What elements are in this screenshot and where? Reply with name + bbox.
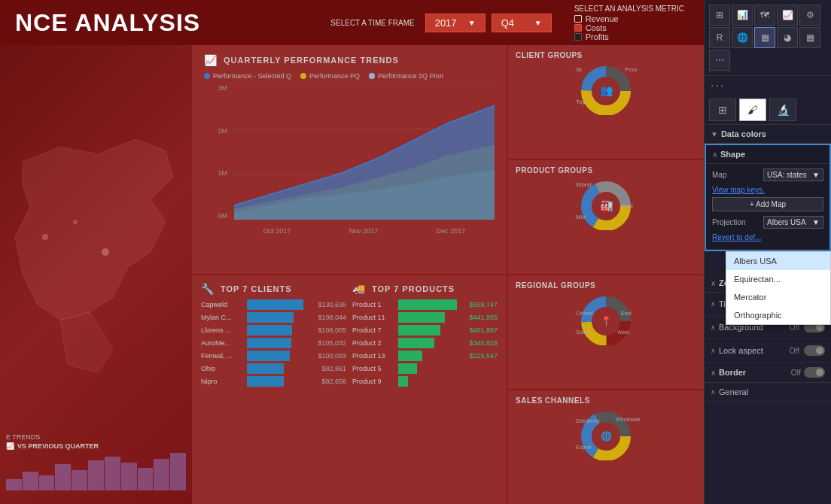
table-row: Product 13 $225,547 [352,351,498,361]
table-row: Product 7 $401,887 [352,325,498,335]
metric-label: SELECT AN ANALYSIS METRIC [574,5,684,13]
mini-bar [138,468,154,490]
svg-text:🏭: 🏭 [600,199,613,212]
tab-format[interactable]: 🖌 [739,99,766,121]
sidebar-btn-trend[interactable]: 📈 [777,5,798,26]
caret-icon: ∧ [711,347,716,354]
caret-icon: ∧ [711,369,716,377]
data-colors-section[interactable]: ▼ Data colors [705,125,831,144]
map-select[interactable]: USA: states ▼ [763,169,823,181]
dropdown-item-albers[interactable]: Albers USA [726,252,830,270]
caret-icon: ∧ [711,323,716,331]
legend-dot-blue [204,73,210,79]
product-groups-donut: 🏭 Worst Best Mid [572,178,640,230]
tab-fields[interactable]: ⊞ [709,99,736,121]
format-panel: ▼ Data colors ∧ Shape Map USA: states ▼ … [705,125,831,504]
table-row: Product 11 $441,865 [352,312,498,323]
svg-text:Best: Best [621,202,634,209]
legend-dot-yellow [300,73,306,79]
border-toggle[interactable] [804,367,825,378]
bar-fill [247,376,284,387]
timeframe-control: SELECT A TIME FRAME 2017 ▼ Q4 ▼ [330,14,551,32]
sidebar-btn-bar[interactable]: ▦ [799,27,820,48]
chevron-down-icon: ▼ [812,218,820,226]
bar-fill [398,325,440,335]
quarter-dropdown[interactable]: Q4 ▼ [492,14,552,32]
sidebar-btn-table[interactable]: ▦ [754,27,775,48]
chart-svg-area [234,84,495,220]
projection-select[interactable]: Albers USA ▼ [763,216,823,229]
quarterly-title: 📈 QUARTERLY PERFORMANCE TRENDS [204,54,495,66]
revert-link[interactable]: Revert to def... [712,233,823,241]
svg-text:Mid: Mid [576,214,586,220]
products-sub-panel: 🚚 TOP 7 PRODUCTS Product 1 $559,747 Prod… [352,283,498,496]
general-section[interactable]: ∧ General [705,383,831,402]
svg-text:👥: 👥 [600,84,613,97]
svg-point-0 [42,234,48,240]
sidebar-btn-pie[interactable]: ◕ [777,27,798,48]
sales-channels-panel: SALES CHANNELS 🌐 Export Wholesale Distri… [508,390,704,504]
svg-text:Wholesale: Wholesale [616,417,640,422]
vs-prev-label: 📈 VS PREVIOUS QUARTER [6,442,186,450]
header-controls: SELECT A TIME FRAME 2017 ▼ Q4 ▼ SELECT A… [330,5,689,41]
revenue-dot [574,15,582,23]
page-title: NCE ANALYSIS [15,9,200,37]
regional-groups-panel: REGIONAL GROUPS 📍 South East Central Wes… [508,275,704,389]
dropdown-item-ortho[interactable]: Orthographic [726,306,830,324]
regional-groups-donut: 📍 South East Central West [572,293,640,345]
table-row: Product 9 [352,376,498,387]
sidebar-btn-r[interactable]: R [709,27,730,48]
bar-fill [247,363,284,374]
svg-text:🌐: 🌐 [601,430,612,442]
sidebar-btn-gear[interactable]: ⚙ [799,5,820,26]
bar-fill [247,325,292,335]
lock-aspect-toggle[interactable] [804,345,825,356]
legend-selected-q: Performance - Selected Q [204,72,291,80]
mini-bar [23,472,38,490]
y-axis: 3M 2M 1M 0M [204,84,230,220]
table-row: Fenwal, ... $100,093 [201,351,346,361]
timeframe-label: SELECT A TIME FRAME [330,19,414,27]
shape-section: ∧ Shape Map USA: states ▼ View map keys.… [705,144,831,251]
legend-2q-prior: Performance 2Q Prior [369,72,444,80]
caret-icon: ∧ [711,300,716,308]
dropdown-item-mercator[interactable]: Mercator [726,288,830,306]
mini-bar [72,470,87,491]
clients-title: 🔧 TOP 7 CLIENTS [201,283,346,295]
sidebar-btn-chart[interactable]: 📊 [732,5,753,26]
sidebar-btn-map[interactable]: 🗺 [754,5,775,26]
view-map-keys-link[interactable]: View map keys. [712,186,823,194]
border-section[interactable]: ∧ Border Off [705,363,831,383]
sidebar-btn-scatter[interactable]: ⋯ [709,50,730,71]
costs-dot [574,24,582,32]
bar-fill [398,299,457,310]
bar-fill [247,299,303,310]
mini-chart [6,453,186,490]
dropdown-item-equirect[interactable]: Equirectan... [726,270,830,288]
svg-text:South: South [576,329,589,335]
year-dropdown[interactable]: 2017 ▼ [425,14,486,32]
bar-fill [398,351,422,361]
svg-text:0k: 0k [576,66,583,73]
caret-right-icon: ∧ [711,279,716,287]
mini-bar [154,459,169,491]
tab-analytics[interactable]: 🔬 [769,99,796,121]
chart-icon: 📈 [204,54,218,66]
sidebar-btn-globe[interactable]: 🌐 [732,27,753,48]
svg-text:East: East [621,311,632,316]
shape-section-header[interactable]: ∧ Shape [706,145,829,164]
svg-point-1 [73,220,78,224]
legend-dot-light [369,73,375,79]
table-row: Product 1 $559,747 [352,299,498,310]
add-map-button[interactable]: + Add Map [712,197,823,211]
svg-text:Worst: Worst [576,181,592,188]
quarterly-panel: 📈 QUARTERLY PERFORMANCE TRENDS Performan… [192,45,507,274]
sidebar-btn-grid[interactable]: ⊞ [709,5,730,26]
caret-down-icon: ▼ [711,130,718,138]
svg-text:West: West [617,329,629,335]
chart-legend: Performance - Selected Q Performance PQ … [204,72,495,80]
caret-down-icon: ∧ [711,388,716,396]
table-row: Product 5 [352,363,498,374]
right-panels-grid: 📈 QUARTERLY PERFORMANCE TRENDS Performan… [192,45,704,504]
table-row: Capweld $130,636 [201,299,346,310]
